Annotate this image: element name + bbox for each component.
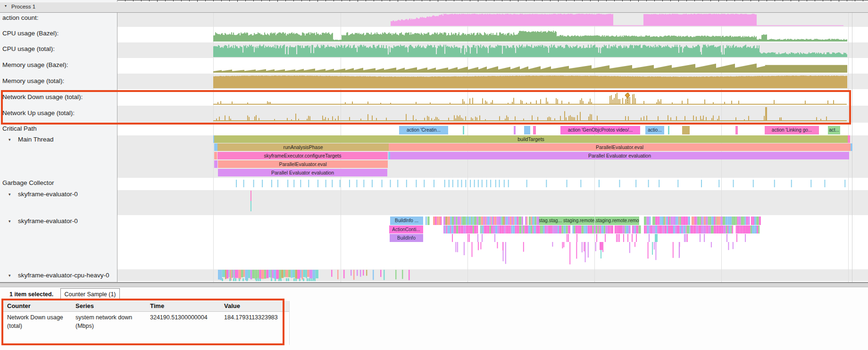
critical-path-sliver[interactable] — [668, 126, 669, 134]
track-label-text: Memory usage (Bazel): — [2, 60, 68, 70]
sidebar-item-main-thread[interactable]: ▾Main Thread — [0, 135, 116, 144]
column-header-time[interactable]: Time — [150, 302, 164, 309]
thread-slice[interactable]: runAnalysisPhase — [217, 143, 389, 151]
disclosure-triangle-icon[interactable]: ▾ — [8, 190, 11, 199]
disclosure-triangle-icon[interactable]: ▾ — [8, 271, 11, 280]
critical-path-sliver[interactable] — [682, 126, 690, 134]
thread-slice[interactable]: buildTargets — [214, 135, 848, 143]
critical-path-slice[interactable]: action 'Creatin... — [399, 126, 448, 134]
track-label-text: skyframe-evaluator-0 — [18, 217, 78, 226]
sidebar-item-action-count[interactable]: action count: — [0, 13, 116, 23]
thread-sliver[interactable] — [214, 152, 217, 159]
skyframe-slice[interactable]: ActionConti... — [389, 225, 423, 233]
table-header-row: CounterSeriesTimeValue — [3, 301, 289, 312]
critical-path-sliver[interactable] — [514, 126, 516, 134]
sidebar-item-cpu-usage-total[interactable]: CPU usage (total): — [0, 44, 116, 54]
column-header-value[interactable]: Value — [224, 302, 240, 309]
track-label-text: Network Down usage (total): — [2, 92, 83, 102]
track-label-text: CPU usage (total): — [2, 44, 55, 54]
analysis-panel: 1 item selected. Counter Sample (1) Coun… — [0, 287, 868, 350]
table-cell: 324190.51300000004 — [150, 314, 208, 321]
skyframe-slice[interactable]: BuildInfo — [390, 234, 423, 242]
column-header-series[interactable]: Series — [75, 302, 94, 309]
disclosure-triangle-icon[interactable]: ▾ — [8, 217, 11, 226]
sidebar-item-skyframe-evaluator-cpu-heavy-0[interactable]: ▾skyframe-evaluator-cpu-heavy-0 — [0, 271, 116, 280]
sidebar-item-critical-path[interactable]: Critical Path — [0, 124, 116, 133]
critical-path-sliver[interactable] — [463, 126, 464, 134]
track-label-text: Network Up usage (total): — [2, 108, 75, 118]
process-header[interactable]: ▾ Process 1 — [0, 2, 868, 13]
track-label-text: action count: — [2, 13, 39, 23]
sidebar-item-memory-usage-total[interactable]: Memory usage (total): — [0, 76, 116, 86]
track-label-text: Main Thread — [18, 135, 54, 144]
process-title: Process 1 — [11, 4, 35, 9]
sidebar-item-skyframe-evaluator-0[interactable]: ▾skyframe-evaluator-0 — [0, 190, 116, 199]
counter-charts-canvas[interactable] — [117, 12, 853, 123]
track-label-text: Garbage Collector — [2, 178, 54, 188]
sidebar-item-skyframe-evaluator-0[interactable]: ▾skyframe-evaluator-0 — [0, 217, 116, 226]
thread-sliver[interactable] — [851, 143, 852, 151]
track-label-text: skyframe-evaluator-0 — [18, 190, 78, 199]
panel-divider[interactable] — [0, 282, 868, 287]
table-cell: system network down — [75, 314, 132, 321]
collapse-arrow-icon[interactable]: ▾ — [5, 4, 7, 8]
table-cell: 184.1793113323983 — [224, 314, 278, 321]
table-cell: Network Down usage — [7, 314, 63, 321]
thread-slices-canvas[interactable] — [117, 178, 868, 282]
thread-slice[interactable]: ParallelEvaluator.eval — [389, 143, 851, 151]
track-label-text: Memory usage (total): — [2, 76, 64, 86]
thread-slice[interactable]: skyframeExecutor.configureTargets — [217, 152, 388, 159]
critical-path-slice[interactable]: act... — [828, 126, 840, 134]
critical-path-slice[interactable]: action 'GenObjcProtos video/... — [560, 126, 640, 134]
sidebar-item-cpu-usage-bazel[interactable]: CPU usage (Bazel): — [0, 29, 116, 38]
disclosure-triangle-icon[interactable]: ▾ — [8, 135, 11, 144]
thread-sliver[interactable] — [214, 160, 217, 168]
track-label-sidebar: action count:CPU usage (Bazel):CPU usage… — [0, 0, 117, 282]
tab-counter-sample[interactable]: Counter Sample (1) — [60, 288, 120, 300]
critical-path-sliver[interactable] — [533, 126, 536, 134]
skyframe-slice[interactable]: BuildInfo ... — [390, 217, 423, 225]
thread-sliver[interactable] — [214, 143, 217, 151]
table-cell: (Mbps) — [75, 323, 94, 329]
critical-path-sliver[interactable] — [735, 126, 738, 134]
column-header-counter[interactable]: Counter — [7, 302, 31, 309]
thread-slice[interactable]: Parallel Evaluator evaluation — [390, 152, 849, 159]
track-label-text: Critical Path — [2, 124, 37, 133]
thread-slice[interactable]: ParallelEvaluator.eval — [218, 160, 388, 168]
sidebar-item-memory-usage-bazel[interactable]: Memory usage (Bazel): — [0, 60, 116, 70]
trace-viewer: ▾ Process 1 action 'Creatin...action 'Ge… — [0, 0, 868, 350]
track-label-text: CPU usage (Bazel): — [2, 29, 58, 38]
table-right-border — [289, 301, 290, 345]
table-cell: (total) — [7, 323, 22, 329]
critical-path-sliver[interactable] — [524, 126, 530, 134]
thread-slice[interactable]: Parallel Evaluator evaluation — [218, 169, 387, 176]
sidebar-item-network-down-usage-total[interactable]: Network Down usage (total): — [0, 92, 116, 102]
selection-status: 1 item selected. — [9, 291, 53, 298]
critical-path-slice[interactable]: action 'Linking go... — [765, 126, 819, 134]
thread-sliver[interactable] — [848, 135, 850, 143]
sidebar-item-network-up-usage-total[interactable]: Network Up usage (total): — [0, 108, 116, 118]
sidebar-item-garbage-collector[interactable]: Garbage Collector — [0, 178, 116, 188]
track-label-text: skyframe-evaluator-cpu-heavy-0 — [18, 271, 109, 280]
critical-path-slice[interactable]: actio... — [645, 126, 664, 134]
